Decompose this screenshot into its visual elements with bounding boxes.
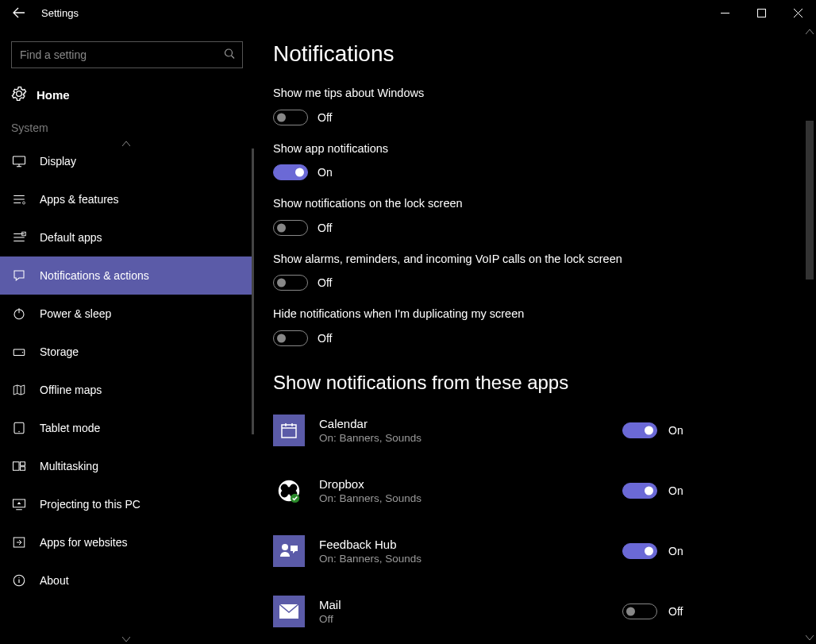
app-sub: On: Banners, Sounds (319, 432, 608, 444)
setting-label: Show alarms, reminders, and incoming VoI… (273, 252, 654, 268)
toggle-switch[interactable] (273, 275, 308, 291)
sidebar-item-label: Display (40, 155, 76, 168)
svg-point-24 (282, 544, 288, 550)
search-input[interactable] (11, 41, 243, 68)
main-scroll-down[interactable] (803, 631, 816, 644)
close-button[interactable] (779, 0, 816, 25)
toggle-state-label: Off (318, 276, 332, 289)
sidebar-item-default-apps[interactable]: Default apps (0, 218, 254, 256)
app-toggle-switch[interactable] (622, 422, 657, 438)
main-content: Notifications Show me tips about Windows… (254, 25, 816, 644)
setting-block: Hide notifications when I'm duplicating … (273, 307, 654, 346)
sidebar-item-notifications-actions[interactable]: Notifications & actions (0, 256, 254, 295)
toggle-state-label: On (668, 424, 683, 437)
toggle-switch[interactable] (273, 220, 308, 236)
feedback-icon (273, 535, 305, 567)
power-sleep-icon (11, 307, 27, 321)
sidebar-item-label: Apps & features (40, 193, 119, 206)
sidebar-item-power-sleep[interactable]: Power & sleep (0, 295, 254, 333)
close-icon (794, 9, 803, 17)
maximize-icon (757, 9, 766, 17)
apps-heading: Show notifications from these apps (273, 372, 816, 394)
toggle-switch[interactable] (273, 110, 308, 125)
main-scrollbar-thumb[interactable] (806, 121, 814, 280)
svg-point-7 (22, 352, 24, 353)
storage-icon (11, 345, 27, 359)
multitasking-icon (11, 459, 27, 473)
calendar-icon (273, 415, 305, 446)
app-sub: On: Banners, Sounds (319, 492, 608, 504)
toggle-switch[interactable] (273, 330, 308, 346)
sidebar: Home System DisplayApps & featuresDefaul… (0, 25, 254, 644)
default-apps-icon (11, 230, 27, 245)
app-row[interactable]: DropboxOn: Banners, SoundsOn (273, 475, 718, 507)
sidebar-item-label: Storage (40, 345, 79, 358)
sidebar-item-projecting[interactable]: Projecting to this PC (0, 485, 254, 523)
toggle-state-label: Off (668, 605, 683, 618)
svg-rect-10 (13, 462, 20, 471)
setting-block: Show notifications on the lock screenOff (273, 196, 654, 236)
page-heading: Notifications (273, 41, 816, 67)
svg-point-9 (18, 431, 20, 433)
about-icon (11, 573, 27, 588)
app-toggle-switch[interactable] (622, 543, 657, 559)
main-scrollbar (803, 25, 816, 644)
minimize-button[interactable] (706, 0, 743, 25)
back-button[interactable] (6, 0, 32, 25)
sidebar-item-apps-websites[interactable]: Apps for websites (0, 523, 254, 561)
toggle-state-label: Off (318, 111, 332, 124)
sidebar-item-apps-features[interactable]: Apps & features (0, 180, 254, 218)
nav-scroll-down[interactable] (0, 633, 252, 644)
setting-label: Show me tips about Windows (273, 86, 654, 102)
toggle-switch[interactable] (273, 164, 308, 180)
svg-point-22 (285, 487, 292, 494)
toggle-state-label: On (668, 545, 683, 557)
app-name: Calendar (319, 417, 608, 430)
sidebar-item-label: Tablet mode (40, 422, 100, 434)
app-row[interactable]: CalendarOn: Banners, SoundsOn (273, 415, 718, 446)
toggle-state-label: On (668, 484, 683, 497)
sidebar-item-multitasking[interactable]: Multitasking (0, 447, 254, 485)
sidebar-item-label: Multitasking (40, 460, 98, 472)
toggle-state-label: Off (318, 332, 332, 345)
sidebar-item-label: Offline maps (40, 384, 102, 396)
sidebar-item-label: Default apps (40, 231, 102, 244)
maximize-button[interactable] (743, 0, 779, 25)
app-toggle-switch[interactable] (622, 483, 657, 499)
svg-rect-2 (13, 156, 25, 164)
main-scroll-up[interactable] (803, 25, 816, 38)
app-row[interactable]: MailOffOff (273, 596, 718, 627)
nav-list: DisplayApps & featuresDefault appsNotifi… (0, 142, 254, 644)
setting-block: Show alarms, reminders, and incoming VoI… (273, 252, 654, 291)
home-nav[interactable]: Home (0, 78, 254, 118)
notifications-actions-icon (11, 268, 27, 283)
sidebar-item-storage[interactable]: Storage (0, 333, 254, 371)
sidebar-item-about[interactable]: About (0, 561, 254, 600)
svg-rect-12 (21, 467, 25, 471)
sidebar-item-label: About (40, 574, 69, 587)
svg-point-3 (23, 202, 25, 204)
gear-icon (11, 86, 27, 104)
svg-rect-0 (757, 9, 765, 17)
projecting-icon (11, 497, 27, 511)
titlebar: Settings (0, 0, 816, 25)
apps-websites-icon (11, 535, 27, 550)
nav-scroll-up[interactable] (0, 137, 252, 150)
sidebar-item-tablet-mode[interactable]: Tablet mode (0, 409, 254, 447)
setting-block: Show app notificationsOn (273, 141, 654, 181)
offline-maps-icon (11, 383, 27, 397)
app-sub: Off (319, 613, 608, 625)
toggle-state-label: Off (318, 222, 332, 234)
sidebar-item-offline-maps[interactable]: Offline maps (0, 371, 254, 409)
app-sub: On: Banners, Sounds (319, 553, 608, 565)
display-icon (11, 154, 27, 168)
sidebar-item-label: Projecting to this PC (40, 498, 140, 511)
app-name: Dropbox (319, 477, 608, 491)
app-row[interactable]: Feedback HubOn: Banners, SoundsOn (273, 535, 718, 567)
app-name: Mail (319, 598, 608, 611)
home-label: Home (37, 88, 70, 102)
app-toggle-switch[interactable] (622, 604, 657, 619)
mail-icon (273, 596, 305, 627)
apps-features-icon (11, 192, 27, 206)
sidebar-item-label: Notifications & actions (40, 269, 149, 282)
